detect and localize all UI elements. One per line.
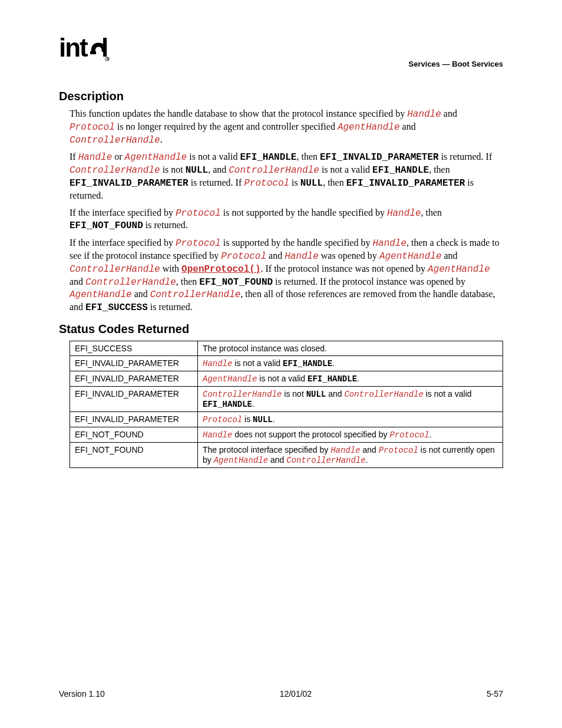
status-code: EFI_INVALID_PARAMETER [70,411,198,427]
text: is not [160,164,186,174]
status-code: EFI_INVALID_PARAMETER [70,371,198,386]
text: is returned. [143,220,188,230]
text: . [332,358,335,368]
status-code: EFI_NOT_FOUND [70,427,198,442]
const: NULL [253,415,273,424]
param: Handle [330,446,360,455]
text: . [366,455,368,465]
param-handle: Handle [407,109,441,120]
text: is not a valid [257,374,308,383]
svg-rect-2 [90,51,96,54]
status-codes-table: EFI_SUCCESS The protocol instance was cl… [70,341,503,468]
text: , then [421,207,442,218]
const: EFI_HANDLE [203,400,252,409]
status-description: The protocol interface specified by Hand… [198,442,503,467]
text: and [268,455,286,465]
footer-date: 12/01/02 [280,689,312,699]
text: This function updates the handle databas… [70,108,407,118]
text: is not supported by the handle specified… [221,207,387,218]
const-efi-handle: EFI_HANDLE [372,165,429,176]
param: AgentHandle [203,374,257,384]
text: with [160,263,181,274]
text: and [132,289,150,299]
const: NULL [306,390,326,399]
const-efi-not-found: EFI_NOT_FOUND [199,277,273,288]
param: Handle [203,430,232,440]
param: ControllerHandle [344,390,423,399]
param-protocol: Protocol [70,122,115,133]
text: . [357,374,359,383]
param-agenthandle: AgentHandle [338,122,400,133]
param-agenthandle: AgentHandle [70,289,132,300]
table-row: EFI_NOT_FOUND The protocol interface spe… [70,442,503,467]
text: . If the protocol instance was not opene… [261,263,428,274]
text: and [400,121,416,131]
status-code: EFI_NOT_FOUND [70,442,198,467]
text: . [252,399,254,409]
param-controllerhandle: ControllerHandle [70,165,160,176]
text: . [160,134,163,144]
text: and [441,108,457,118]
link-openprotocol[interactable]: OpenProtocol() [181,264,260,275]
text: is not [282,389,306,398]
param-controllerhandle: ControllerHandle [150,289,241,300]
status-description: The protocol instance was closed. [198,341,503,355]
param: AgentHandle [214,456,268,465]
description-paragraph-3: If the interface specified by Protocol i… [59,207,503,233]
text: If the interface specified by [70,238,176,248]
param-controllerhandle: ControllerHandle [85,277,176,288]
param: Handle [203,359,232,368]
description-paragraph-4: If the interface specified by Protocol i… [59,237,503,314]
param-handle: Handle [372,238,406,249]
table-row: EFI_INVALID_PARAMETER ControllerHandle i… [70,386,503,411]
text: and [361,445,379,454]
header-section-label: Services — Boot Services [409,60,503,68]
param-controllerhandle: ControllerHandle [70,264,160,275]
description-paragraph-2: If Handle or AgentHandle is not a valid … [59,151,503,202]
text: If [70,151,78,162]
param-agenthandle: AgentHandle [379,251,442,262]
text: and [326,389,344,398]
text: is supported by the handle specified by [221,238,373,248]
text: is not a valid [424,389,472,398]
page: int l R Services — Boot Services Descrip… [0,0,562,728]
const-null: NULL [300,178,323,189]
text: was opened by [319,251,379,261]
text: is returned. If [439,151,492,162]
description-paragraph-1: This function updates the handle databas… [59,108,503,146]
param-agenthandle: AgentHandle [125,152,187,163]
text: is not a valid [319,164,372,174]
status-description: Handle is not a valid EFI_HANDLE. [198,355,503,371]
text: is returned. [148,302,193,312]
page-footer: Version 1.10 12/01/02 5-57 [59,689,503,699]
description-heading: Description [59,90,503,103]
text: . [429,430,432,439]
param-protocol: Protocol [221,251,266,262]
status-code: EFI_SUCCESS [70,341,198,355]
param-handle: Handle [285,251,319,262]
status-description: Handle does not support the protocol spe… [198,427,503,442]
const-efi-invalid-parameter: EFI_INVALID_PARAMETER [320,152,439,163]
text: If the interface specified by [70,207,176,218]
footer-version: Version 1.10 [59,689,105,699]
status-code: EFI_INVALID_PARAMETER [70,355,198,371]
text: and [70,276,85,286]
footer-page-number: 5-57 [487,689,503,699]
const: EFI_HANDLE [308,374,357,384]
text: is [242,414,253,424]
param-controllerhandle: ControllerHandle [70,135,160,146]
table-row: EFI_NOT_FOUND Handle does not support th… [70,427,503,442]
text: does not support the protocol specified … [232,430,389,439]
param-protocol: Protocol [176,238,221,249]
status-description: ControllerHandle is not NULL and Control… [198,386,503,411]
svg-text:int: int [59,35,88,62]
param: Protocol [389,430,429,440]
table-row: EFI_SUCCESS The protocol instance was cl… [70,341,503,355]
param-handle: Handle [78,152,113,163]
text: , then [323,177,346,187]
const-efi-invalid-parameter: EFI_INVALID_PARAMETER [346,178,465,189]
text: is returned. If [189,177,244,187]
text: is returned. If the protocol instance wa… [273,276,465,286]
table-row: EFI_INVALID_PARAMETER Handle is not a va… [70,355,503,371]
text: and [442,251,458,261]
